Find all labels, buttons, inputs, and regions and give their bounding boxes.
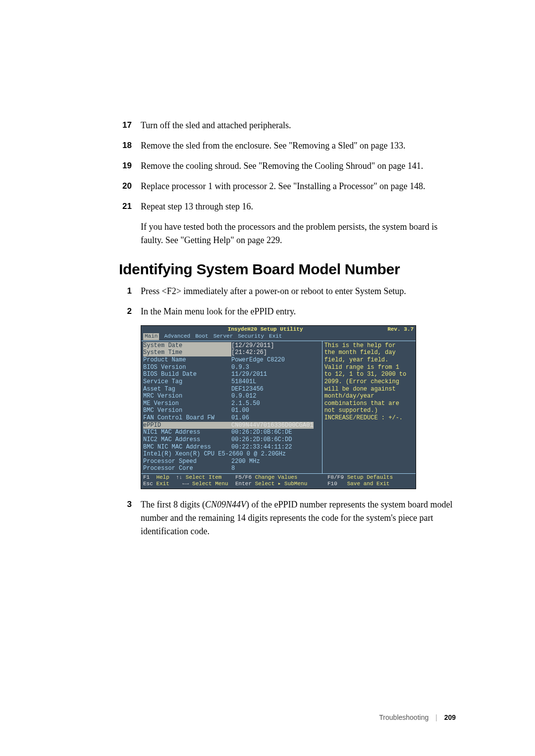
bios-help-line: field, year field. bbox=[324, 356, 414, 364]
bios-row: Processor Core8 bbox=[143, 465, 320, 472]
bios-footer-bar: F1 Help ↑↓ Select Item F5/F6 Change Valu… bbox=[141, 474, 416, 489]
bios-help-panel: This is the help forthe month field, day… bbox=[322, 341, 416, 473]
bios-menu-server[interactable]: Server bbox=[214, 333, 233, 340]
bios-rev: Rev. 3.7 bbox=[387, 326, 414, 333]
bios-help-line: Valid range is from 1 bbox=[324, 364, 414, 371]
bios-menu-bar: Main Advanced Boot Server Security Exit bbox=[141, 333, 416, 340]
footer-section: Troubleshooting bbox=[379, 713, 428, 721]
bios-row: BIOS Build Date11/29/2011 bbox=[143, 371, 320, 378]
bios-help-line: This is the help for bbox=[324, 342, 414, 350]
bios-row: BMC Version01.00 bbox=[143, 407, 320, 414]
step-21: 21Repeat step 13 through step 16. bbox=[119, 200, 456, 213]
top-steps-list: 17Turn off the sled and attached periphe… bbox=[119, 119, 456, 247]
bios-help-line: to 12, 1 to 31, 2000 to bbox=[324, 371, 414, 378]
bios-row: ME Version2.1.5.50 bbox=[143, 400, 320, 407]
bios-row: Service Tag518401L bbox=[143, 378, 320, 386]
page-footer: Troubleshooting | 209 bbox=[379, 713, 456, 721]
bios-row: Asset TagDEF123456 bbox=[143, 386, 320, 393]
bios-row: ePPIDCN09N44V7016336D00CGA01 bbox=[143, 422, 320, 429]
bios-row: Intel(R) Xeon(R) CPU E5-2660 0 @ 2.20GHz bbox=[143, 451, 320, 458]
bios-row: NIC1 MAC Address00:26:2D:0B:6C:DE bbox=[143, 429, 320, 436]
bios-title: InsydeH20 Setup Utility bbox=[228, 326, 303, 333]
eppid-code: CN09N44V bbox=[205, 500, 246, 509]
bios-menu-security[interactable]: Security bbox=[238, 333, 264, 340]
bios-screenshot: InsydeH20 Setup Utility Rev. 3.7 Main Ad… bbox=[141, 325, 416, 489]
bios-menu-main[interactable]: Main bbox=[143, 333, 159, 340]
bios-help-line: combinations that are bbox=[324, 400, 414, 407]
bios-row: MRC Version0.9.012 bbox=[143, 393, 320, 400]
bios-help-line: month/day/year bbox=[324, 393, 414, 400]
bios-help-line: will be done against bbox=[324, 386, 414, 393]
step-3: 3 The first 8 digits (CN09N44V) of the e… bbox=[119, 498, 456, 538]
bios-row: BMC NIC MAC Address00:22:33:44:11:22 bbox=[143, 444, 320, 451]
bios-menu-boot[interactable]: Boot bbox=[195, 333, 208, 340]
step-20: 20Replace processor 1 with processor 2. … bbox=[119, 180, 456, 193]
step-18: 18Remove the sled from the enclosure. Se… bbox=[119, 139, 456, 152]
bios-help-line: the month field, day bbox=[324, 349, 414, 356]
step-1: 1Press <F2> immediately after a power-on… bbox=[119, 285, 456, 298]
bios-row: System Time[21:42:26] bbox=[143, 349, 320, 356]
step-3-list: 3 The first 8 digits (CN09N44V) of the e… bbox=[119, 498, 456, 538]
bios-main-panel: System Date[12/29/2011]System Time[21:42… bbox=[141, 341, 322, 473]
bios-help-line: INCREASE/REDUCE : +/-. bbox=[324, 414, 414, 422]
step-17: 17Turn off the sled and attached periphe… bbox=[119, 119, 456, 132]
bios-row: FAN Control Board FW01.06 bbox=[143, 414, 320, 422]
bios-help-line: 2099. (Error checking bbox=[324, 378, 414, 386]
bios-row: BIOS Version0.9.3 bbox=[143, 364, 320, 371]
bios-help-line: not supported.) bbox=[324, 407, 414, 414]
bios-row: NIC2 MAC Address00:26:2D:0B:6C:DD bbox=[143, 436, 320, 444]
bios-menu-exit[interactable]: Exit bbox=[269, 333, 282, 340]
footer-separator: | bbox=[435, 713, 437, 721]
step-21-continuation: If you have tested both the processors a… bbox=[119, 220, 456, 247]
step-2: 2In the Main menu look for the ePPID ent… bbox=[119, 305, 456, 318]
bios-row: System Date[12/29/2011] bbox=[143, 342, 320, 350]
footer-page-number: 209 bbox=[444, 713, 456, 721]
step-19: 19Remove the cooling shroud. See "Removi… bbox=[119, 159, 456, 173]
bios-row: Product NamePowerEdge C8220 bbox=[143, 356, 320, 364]
bios-menu-advanced[interactable]: Advanced bbox=[164, 333, 190, 340]
bottom-steps-list: 1Press <F2> immediately after a power-on… bbox=[119, 285, 456, 318]
bios-title-bar: InsydeH20 Setup Utility Rev. 3.7 bbox=[141, 326, 416, 333]
bios-row: Processor Speed2200 MHz bbox=[143, 458, 320, 465]
heading-identifying-system-board: Identifying System Board Model Number bbox=[119, 261, 456, 278]
